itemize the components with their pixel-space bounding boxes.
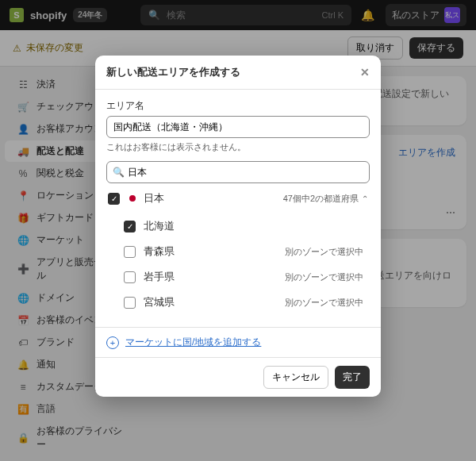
region-name: 宮城県 <box>144 295 175 309</box>
chevron-up-icon: ⌃ <box>362 194 368 203</box>
search-input[interactable] <box>106 161 370 183</box>
close-icon[interactable]: ✕ <box>360 66 370 79</box>
done-button[interactable]: 完了 <box>335 366 370 389</box>
country-row[interactable]: ✓ 日本 47個中2の都道府県 ⌃ <box>106 183 370 213</box>
cancel-button[interactable]: キャンセル <box>263 366 328 389</box>
zone-name-input[interactable] <box>106 116 370 138</box>
plus-icon: + <box>106 336 119 349</box>
region-checkbox[interactable] <box>124 297 136 309</box>
region-row[interactable]: 青森県別のゾーンで選択中 <box>106 239 365 264</box>
modal-overlay: 新しい配送エリアを作成する ✕ エリア名 これはお客様には表示されません。 🔍 … <box>0 0 476 461</box>
flag-icon <box>129 195 136 202</box>
search-icon: 🔍 <box>113 167 125 178</box>
field-hint: これはお客様には表示されません。 <box>106 141 370 153</box>
modal-footer: キャンセル 完了 <box>95 357 381 397</box>
region-row[interactable]: 宮城県別のゾーンで選択中 <box>106 290 365 315</box>
region-status: 別のゾーンで選択中 <box>285 271 363 283</box>
country-subcount: 47個中2の都道府県 ⌃ <box>283 193 368 205</box>
modal-body: エリア名 これはお客様には表示されません。 🔍 ✓ 日本 47個中2の都道府県 … <box>95 90 381 327</box>
country-search: 🔍 <box>106 161 370 183</box>
region-name: 岩手県 <box>144 270 175 284</box>
region-checkbox[interactable] <box>124 271 136 283</box>
modal: 新しい配送エリアを作成する ✕ エリア名 これはお客様には表示されません。 🔍 … <box>95 56 381 397</box>
region-row[interactable]: ✓北海道 <box>106 213 365 239</box>
modal-header: 新しい配送エリアを作成する ✕ <box>95 56 381 90</box>
region-status: 別のゾーンで選択中 <box>285 246 363 258</box>
region-checkbox[interactable] <box>124 246 136 258</box>
country-checkbox[interactable]: ✓ <box>108 193 120 205</box>
field-label: エリア名 <box>106 99 370 113</box>
add-market-link[interactable]: マーケットに国/地域を追加する <box>125 336 261 349</box>
country-name: 日本 <box>144 191 164 206</box>
region-row[interactable]: 秋田県別のゾーンで選択中 <box>106 315 365 317</box>
region-checkbox[interactable]: ✓ <box>124 221 136 232</box>
region-list[interactable]: ✓北海道青森県別のゾーンで選択中岩手県別のゾーンで選択中宮城県別のゾーンで選択中… <box>106 213 370 317</box>
region-name: 青森県 <box>144 244 175 259</box>
region-name: 北海道 <box>144 219 175 233</box>
region-row[interactable]: 岩手県別のゾーンで選択中 <box>106 264 365 290</box>
modal-title: 新しい配送エリアを作成する <box>106 65 240 79</box>
region-status: 別のゾーンで選択中 <box>285 297 363 309</box>
add-market-row[interactable]: + マーケットに国/地域を追加する <box>95 327 381 357</box>
